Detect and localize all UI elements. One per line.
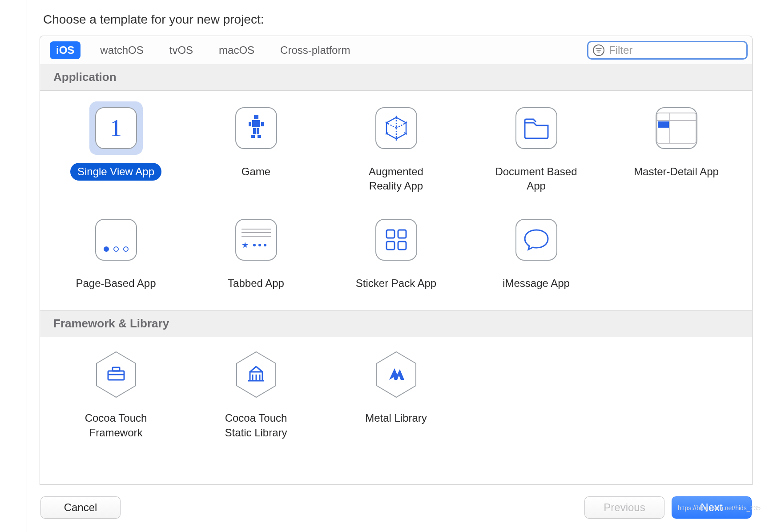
game-icon xyxy=(230,101,283,155)
svg-rect-1 xyxy=(252,120,260,127)
template-sticker[interactable]: Sticker Pack App xyxy=(328,213,464,292)
document-icon xyxy=(510,101,563,155)
template-label: Cocoa Touch Static Library xyxy=(205,409,307,442)
template-list: Application1Single View AppGameAugmented… xyxy=(40,64,753,485)
svg-rect-11 xyxy=(658,121,669,128)
svg-rect-15 xyxy=(398,242,406,250)
framework-icon xyxy=(89,348,143,401)
svg-rect-17 xyxy=(108,371,124,380)
template-ar[interactable]: Augmented Reality App xyxy=(328,101,464,195)
template-label: Cocoa Touch Framework xyxy=(65,409,167,442)
watermark: https://blog.csdn.net/hids_235 xyxy=(678,504,761,512)
svg-rect-18 xyxy=(113,367,120,371)
template-label: Tabbed App xyxy=(221,274,291,292)
svg-rect-13 xyxy=(398,230,406,238)
template-tabbed[interactable]: ★Tabbed App xyxy=(188,213,324,292)
template-metal[interactable]: Metal Library xyxy=(328,348,464,442)
platform-tabbar: iOSwatchOStvOSmacOSCross-platform xyxy=(40,36,753,64)
template-single-view[interactable]: 1Single View App xyxy=(48,101,184,195)
svg-rect-0 xyxy=(254,115,258,119)
svg-rect-6 xyxy=(251,135,255,138)
sticker-icon xyxy=(370,213,423,266)
svg-rect-14 xyxy=(387,242,395,250)
template-game[interactable]: Game xyxy=(188,101,324,195)
template-label: Game xyxy=(234,163,278,181)
template-imessage[interactable]: iMessage App xyxy=(468,213,604,292)
filter-input[interactable] xyxy=(609,44,742,56)
section-header: Application xyxy=(40,64,752,91)
svg-rect-5 xyxy=(257,128,259,134)
metal-icon xyxy=(370,348,423,401)
template-label: Sticker Pack App xyxy=(349,274,443,292)
svg-rect-12 xyxy=(387,230,395,238)
dialog-footer: Cancel Previous Next xyxy=(27,485,765,532)
template-static-lib[interactable]: Cocoa Touch Static Library xyxy=(188,348,324,442)
template-label: Page-Based App xyxy=(68,274,163,292)
section-header: Framework & Library xyxy=(40,310,752,337)
template-master-detail[interactable]: Master-Detail App xyxy=(608,101,744,195)
svg-rect-2 xyxy=(249,122,251,126)
filter-field[interactable] xyxy=(587,41,748,60)
svg-rect-7 xyxy=(258,135,261,138)
ar-icon xyxy=(370,101,423,155)
template-document[interactable]: Document Based App xyxy=(468,101,604,195)
tab-watchos[interactable]: watchOS xyxy=(94,41,149,59)
tab-ios[interactable]: iOS xyxy=(50,41,81,59)
template-page-based[interactable]: Page-Based App xyxy=(48,213,184,292)
tab-crossplatform[interactable]: Cross-platform xyxy=(274,41,356,59)
tab-tvos[interactable]: tvOS xyxy=(163,41,199,59)
template-label: iMessage App xyxy=(495,274,577,292)
svg-rect-3 xyxy=(261,122,264,126)
previous-button: Previous xyxy=(584,496,664,519)
template-label: Document Based App xyxy=(485,163,588,195)
filter-icon xyxy=(593,44,604,56)
imessage-icon xyxy=(510,213,563,266)
cancel-button[interactable]: Cancel xyxy=(40,496,121,519)
template-label: Single View App xyxy=(70,163,161,181)
new-project-sheet: Choose a template for your new project: … xyxy=(27,0,765,532)
static-lib-icon xyxy=(230,348,283,401)
tab-macos[interactable]: macOS xyxy=(213,41,261,59)
page-based-icon xyxy=(89,213,143,266)
template-framework[interactable]: Cocoa Touch Framework xyxy=(48,348,184,442)
master-detail-icon xyxy=(650,101,703,155)
svg-rect-4 xyxy=(253,128,256,134)
tabbed-icon: ★ xyxy=(230,213,283,266)
template-label: Metal Library xyxy=(358,409,434,427)
template-label: Master-Detail App xyxy=(627,163,726,181)
template-label: Augmented Reality App xyxy=(345,163,447,195)
single-view-icon: 1 xyxy=(89,101,143,155)
dialog-title: Choose a template for your new project: xyxy=(27,0,765,36)
svg-rect-8 xyxy=(657,113,696,143)
